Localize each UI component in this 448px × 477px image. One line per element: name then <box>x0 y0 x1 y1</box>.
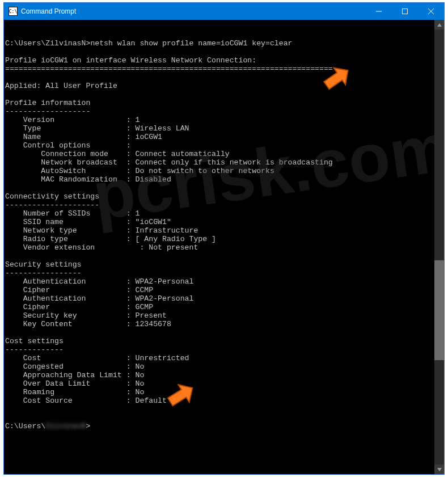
divider: ----------------- <box>5 269 82 277</box>
section-cost: Cost settings <box>5 337 64 345</box>
kv-authentication-2: Authentication : WPA2-Personal <box>23 294 194 303</box>
kv-connection-mode: Connection mode : Connect automatically <box>41 150 229 158</box>
scroll-thumb[interactable] <box>434 260 444 360</box>
chevron-down-icon <box>437 468 442 471</box>
divider: ========================================… <box>5 65 333 73</box>
section-profile-info: Profile information <box>5 99 90 107</box>
divider: ------------- <box>5 345 64 354</box>
scroll-up-button[interactable] <box>434 20 444 29</box>
window-title: Command Prompt <box>21 7 76 15</box>
annotation-arrow-icon <box>151 375 191 416</box>
section-security: Security settings <box>5 260 82 269</box>
applied-line: Applied: All User Profile <box>5 82 117 90</box>
section-connectivity: Connectivity settings <box>5 192 99 201</box>
kv-key-content: Key Content : 12345678 <box>23 320 171 328</box>
kv-autoswitch: AutoSwitch : Do not switch to other netw… <box>41 167 274 175</box>
kv-vendor-extension: Vendor extension : Not present <box>23 243 198 252</box>
minimize-button[interactable] <box>366 3 392 20</box>
kv-cipher-1: Cipher : CCMP <box>23 286 154 294</box>
prompt-line-1: C:\Users\ZilvinasN>netsh wlan show profi… <box>5 39 293 48</box>
kv-roaming: Roaming : No <box>23 388 145 396</box>
kv-cipher-2: Cipher : GCMP <box>23 303 154 311</box>
svg-rect-1 <box>403 9 408 14</box>
vertical-scrollbar[interactable] <box>434 20 444 474</box>
maximize-button[interactable] <box>392 3 418 20</box>
profile-header: Profile ioCGW1 on interface Wireless Net… <box>5 56 256 65</box>
scroll-track[interactable] <box>434 29 444 465</box>
kv-version: Version : 1 <box>23 116 140 124</box>
maximize-icon <box>402 9 408 14</box>
window-icon: C:\ <box>9 7 18 16</box>
kv-authentication-1: Authentication : WPA2-Personal <box>23 277 194 286</box>
kv-type: Type : Wireless LAN <box>23 124 189 133</box>
chevron-up-icon <box>437 23 442 27</box>
kv-name: Name : ioCGW1 <box>23 133 162 141</box>
kv-cost-source: Cost Source : Default <box>23 396 167 405</box>
scroll-down-button[interactable] <box>434 465 444 474</box>
kv-security-key: Security key : Present <box>23 311 167 320</box>
kv-ssid-name: SSID name : "ioCGW1" <box>23 218 171 226</box>
close-button[interactable] <box>418 3 444 20</box>
command-prompt-window: C:\ Command Prompt pcrisk.com C:\Users\Z… <box>3 2 445 475</box>
redacted-user: ZilvinasN <box>45 422 86 430</box>
kv-radio-type: Radio type : [ Any Radio Type ] <box>23 235 216 243</box>
divider: --------------------- <box>5 201 99 209</box>
kv-over-limit: Over Data Limit : No <box>23 379 145 388</box>
titlebar[interactable]: C:\ Command Prompt <box>4 3 444 20</box>
kv-ssid-count: Number of SSIDs : 1 <box>23 209 140 218</box>
kv-cost: Cost : Unrestricted <box>23 354 189 362</box>
divider: ------------------- <box>5 107 90 116</box>
kv-mac-randomization: MAC Randomization : Disabled <box>41 175 171 184</box>
terminal-output[interactable]: pcrisk.com C:\Users\ZilvinasN>netsh wlan… <box>4 20 434 474</box>
kv-approaching-limit: Approaching Data Limit : No <box>23 371 145 379</box>
prompt-line-2: C:\Users\ZilvinasN> <box>5 422 90 430</box>
kv-network-broadcast: Network broadcast : Connect only if this… <box>41 158 332 167</box>
kv-control-options: Control options : <box>23 141 131 150</box>
kv-network-type: Network type : Infrastructure <box>23 226 198 235</box>
kv-congested: Congested : No <box>23 362 145 371</box>
minimize-icon <box>376 9 382 14</box>
close-icon <box>428 9 434 14</box>
